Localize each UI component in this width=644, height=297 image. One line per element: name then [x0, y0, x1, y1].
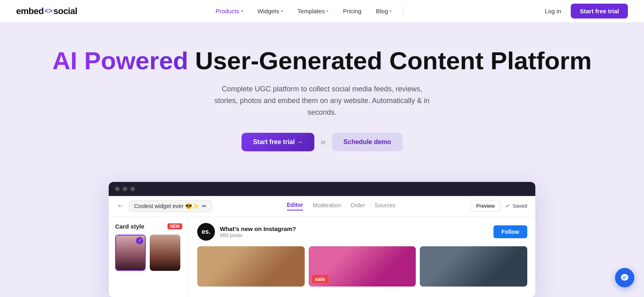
tab-order[interactable]: Order — [351, 202, 365, 210]
hero-start-trial-button[interactable]: Start free trial → — [242, 133, 314, 151]
logo: embed<>social — [16, 6, 77, 16]
preview-button[interactable]: Preview — [470, 200, 501, 212]
photo-cell-2: sale — [309, 246, 416, 287]
nav-link-widgets[interactable]: Widgets ▾ — [250, 4, 290, 18]
logo-text-after: social — [53, 6, 77, 16]
instagram-post-count: 980 posts — [220, 232, 296, 238]
widget-name-text: Coolest widget ever 😎✨ — [134, 203, 199, 209]
chevron-down-icon: ▾ — [281, 9, 283, 13]
browser-dot-3 — [130, 187, 135, 191]
instagram-photo-grid: sale — [197, 246, 527, 287]
app-toolbar: ← Coolest widget ever 😎✨ ✏ Editor Modera… — [109, 196, 535, 217]
nav-links: Products ▾ Widgets ▾ Templates ▾ Pricing… — [208, 4, 407, 18]
navbar: embed<>social Products ▾ Widgets ▾ Templ… — [0, 0, 644, 23]
mockup-wrapper: ← Coolest widget ever 😎✨ ✏ Editor Modera… — [0, 182, 644, 297]
hero-section: AI Powered User-Generated Content Platfo… — [0, 23, 644, 182]
chat-bubble-button[interactable] — [615, 268, 634, 287]
hero-subtitle: Complete UGC platform to collect social … — [209, 83, 435, 118]
follow-button[interactable]: Follow — [493, 225, 527, 238]
app-sidebar: Card style NEW ✓ — [109, 217, 189, 297]
card-thumb-2[interactable] — [150, 235, 180, 271]
hero-or-label: or — [321, 139, 326, 145]
photo-cell-1 — [197, 246, 305, 287]
card-style-header: Card style NEW — [115, 223, 182, 230]
tab-sources[interactable]: Sources — [375, 202, 395, 210]
nav-link-templates[interactable]: Templates ▾ — [290, 4, 336, 18]
app-tabs: Editor Moderation Order Sources — [287, 202, 396, 210]
chevron-down-icon: ▾ — [241, 9, 243, 13]
nav-right: Log in Start free trial — [539, 4, 628, 19]
tab-editor[interactable]: Editor — [287, 202, 303, 210]
hero-title-rest: User-Generated Content Platform — [188, 47, 592, 74]
nav-link-blog[interactable]: Blog ▾ — [369, 4, 399, 18]
hero-title-gradient: AI Powered — [52, 47, 188, 74]
card-style-title: Card style — [115, 223, 144, 230]
app-main: es. What's new on Instagram? 980 posts F… — [189, 217, 535, 297]
instagram-account-name: What's new on Instagram? — [220, 225, 296, 232]
app-toolbar-right: Preview ✓ Saved — [470, 200, 527, 212]
check-icon: ✓ — [506, 203, 510, 209]
hero-title: AI Powered User-Generated Content Platfo… — [8, 47, 636, 74]
logo-arrows: <> — [44, 7, 52, 15]
new-badge: NEW — [167, 223, 182, 229]
logo-text-before: embed — [16, 6, 43, 16]
browser-topbar — [109, 182, 535, 196]
login-link[interactable]: Log in — [539, 4, 568, 18]
saved-label: Saved — [512, 203, 527, 209]
nav-divider — [403, 6, 403, 16]
app-body: Card style NEW ✓ — [109, 217, 535, 297]
instagram-header: es. What's new on Instagram? 980 posts F… — [197, 223, 527, 241]
nav-link-products[interactable]: Products ▾ — [208, 4, 250, 18]
sale-tag: sale — [312, 275, 328, 283]
card-thumb-1[interactable]: ✓ — [115, 235, 146, 271]
instagram-avatar: es. — [197, 223, 215, 241]
browser-dot-2 — [123, 187, 127, 191]
chevron-down-icon: ▾ — [326, 9, 328, 13]
widget-name-pill: Coolest widget ever 😎✨ ✏ — [129, 200, 212, 212]
app-toolbar-left: ← Coolest widget ever 😎✨ ✏ — [117, 200, 212, 212]
hero-actions: Start free trial → or Schedule demo — [8, 133, 636, 151]
chat-icon — [620, 273, 629, 282]
photo-cell-3 — [420, 246, 527, 287]
chevron-down-icon: ▾ — [390, 9, 392, 13]
card-thumbnails: ✓ — [115, 235, 182, 271]
back-button[interactable]: ← — [117, 202, 124, 210]
instagram-info: What's new on Instagram? 980 posts — [220, 225, 296, 238]
browser-dot-1 — [115, 187, 120, 191]
nav-start-trial-button[interactable]: Start free trial — [571, 4, 628, 19]
selected-check-icon: ✓ — [136, 237, 143, 244]
hero-schedule-demo-button[interactable]: Schedule demo — [332, 133, 402, 151]
tab-moderation[interactable]: Moderation — [313, 202, 341, 210]
browser-mockup: ← Coolest widget ever 😎✨ ✏ Editor Modera… — [109, 182, 535, 297]
nav-link-pricing[interactable]: Pricing — [336, 4, 369, 18]
app-browser-inner: ← Coolest widget ever 😎✨ ✏ Editor Modera… — [109, 196, 535, 297]
edit-icon[interactable]: ✏ — [202, 203, 207, 209]
saved-badge: ✓ Saved — [506, 203, 527, 209]
instagram-profile: es. What's new on Instagram? 980 posts — [197, 223, 296, 241]
